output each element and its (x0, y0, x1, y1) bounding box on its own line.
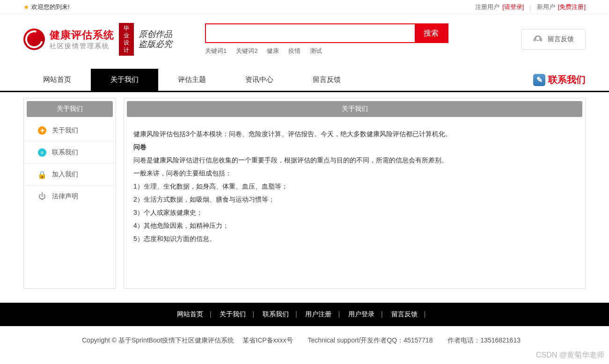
search-input[interactable] (206, 24, 415, 42)
content-paragraph: 一般来讲，问卷的主要组成包括： (133, 167, 576, 180)
content-paragraph: 4）其他危险因素，如精神压力； (133, 219, 576, 232)
search-box: 搜索 (205, 23, 448, 43)
keywords-row: 关键词1 关键词2 健康 疫情 测试 (205, 47, 448, 55)
keyword-link[interactable]: 测试 (310, 47, 322, 55)
footer-link[interactable]: 用户注册 (305, 310, 331, 318)
logo-block: 健康评估系统 社区疫情管理系统 毕业 设计 原创作品 盗版必究 (23, 23, 172, 56)
footer-link[interactable]: 留言反馈 (391, 310, 418, 318)
sidebar-item-label: 加入我们 (52, 170, 78, 179)
nav-topics[interactable]: 评估主题 (158, 69, 226, 91)
search-area: 搜索 关键词1 关键词2 健康 疫情 测试 (205, 23, 448, 55)
sidebar-item-label: 法律声明 (52, 192, 78, 201)
nav-home[interactable]: 网站首页 (23, 69, 91, 91)
document-icon: ≡ (38, 148, 46, 157)
technical-support: Technical support/开发作者QQ：45157718 (308, 336, 433, 344)
content-paragraph: 问卷 (133, 140, 576, 153)
badge: 毕业 设计 (119, 23, 134, 56)
footer-link[interactable]: 关于我们 (220, 310, 246, 318)
content-body: 健康风险评估包括3个基本模块：问卷、危险度计算、评估报告。今天，绝大多数健康风险… (124, 120, 585, 288)
nav-about[interactable]: 关于我们 (91, 69, 158, 91)
footer-nav: 网站首页| 关于我们| 联系我们| 用户注册| 用户登录| 留言反馈| (0, 303, 609, 326)
sidebar-item-legal[interactable]: ⏻ 法律声明 (24, 186, 116, 207)
header: 健康评估系统 社区疫情管理系统 毕业 设计 原创作品 盗版必究 搜索 关键词1 … (0, 15, 609, 64)
content-paragraph: 2）生活方式数据，如吸烟、膳食与运动习惯等； (133, 193, 576, 206)
svg-point-0 (536, 36, 540, 41)
content-paragraph: 3）个人或家族健康史； (133, 206, 576, 219)
footer-link[interactable]: 联系我们 (263, 310, 289, 318)
contact-us-button[interactable]: ✎ 联系我们 (533, 73, 586, 86)
footer-link[interactable]: 网站首页 (177, 310, 203, 318)
divider: | (529, 4, 531, 11)
logo-icon (23, 29, 45, 50)
logo-title: 健康评估系统 (50, 28, 114, 42)
welcome-text: 欢迎您的到来! (31, 3, 70, 11)
contact-label: 联系我们 (548, 73, 586, 86)
calligraphy: 原创作品 盗版必究 (139, 29, 172, 50)
main: 关于我们 ✚ 关于我们 ≡ 联系我们 🔒 加入我们 ⏻ 法律声明 关于我们 健康… (0, 92, 609, 303)
content-paragraph: 1）生理、生化数据，如身高、体重、血压、血脂等； (133, 180, 576, 193)
nav-news[interactable]: 资讯中心 (226, 69, 293, 91)
lock-icon: 🔒 (38, 170, 46, 179)
top-bar: ★ 欢迎您的到来! 注册用户 [请登录] | 新用户 [免费注册] (0, 0, 609, 15)
feedback-button[interactable]: 留言反馈 (521, 29, 586, 50)
sidebar-item-about[interactable]: ✚ 关于我们 (24, 120, 116, 142)
top-right: 注册用户 [请登录] | 新用户 [免费注册] (475, 3, 586, 11)
star-icon: ★ (23, 3, 29, 11)
main-nav: 网站首页 关于我们 评估主题 资讯中心 留言反馈 ✎ 联系我们 (0, 69, 609, 92)
headset-icon (533, 34, 543, 44)
nav-feedback[interactable]: 留言反馈 (293, 69, 360, 91)
sidebar: 关于我们 ✚ 关于我们 ≡ 联系我们 🔒 加入我们 ⏻ 法律声明 (23, 98, 116, 289)
sidebar-item-contact[interactable]: ≡ 联系我们 (24, 142, 116, 164)
sidebar-item-label: 关于我们 (52, 126, 78, 135)
keyword-link[interactable]: 健康 (267, 47, 279, 55)
sidebar-item-join[interactable]: 🔒 加入我们 (24, 164, 116, 186)
sidebar-header: 关于我们 (27, 101, 113, 117)
pencil-icon: ✎ (533, 74, 545, 86)
keyword-link[interactable]: 疫情 (288, 47, 301, 55)
content-paragraph: 5）态度和知识方面的信息。 (133, 232, 576, 245)
content-paragraph: 健康风险评估包括3个基本模块：问卷、危险度计算、评估报告。今天，绝大多数健康风险… (133, 127, 576, 140)
register-link[interactable]: [免费注册] (558, 3, 586, 11)
sidebar-item-label: 联系我们 (52, 148, 78, 157)
icp-text: 某省ICP备xxxx号 (242, 336, 293, 344)
logo-text: 健康评估系统 社区疫情管理系统 (50, 28, 114, 51)
new-user-label: 新用户 (537, 3, 555, 11)
content-header: 关于我们 (127, 101, 582, 117)
feedback-label: 留言反馈 (548, 35, 574, 44)
power-icon: ⏻ (38, 192, 46, 201)
registered-label: 注册用户 (475, 3, 499, 11)
logo-subtitle: 社区疫情管理系统 (50, 42, 114, 51)
welcome-block: ★ 欢迎您的到来! (23, 3, 70, 11)
author-phone: 作者电话：13516821613 (448, 336, 521, 344)
plus-icon: ✚ (38, 126, 46, 135)
login-link[interactable]: [请登录] (502, 3, 524, 11)
content-paragraph: 问卷是健康风险评估进行信息收集的一个重要手段，根据评估的重点与目的的不同，所需的… (133, 153, 576, 167)
copyright-text: Copyright © 基于SprintBoot疫情下社区健康评估系统 (82, 336, 234, 344)
footer-info: Copyright © 基于SprintBoot疫情下社区健康评估系统 某省IC… (0, 326, 609, 355)
keyword-link[interactable]: 关键词1 (205, 47, 227, 55)
content-panel: 关于我们 健康风险评估包括3个基本模块：问卷、危险度计算、评估报告。今天，绝大多… (124, 98, 586, 289)
search-button[interactable]: 搜索 (415, 24, 448, 42)
footer-link[interactable]: 用户登录 (348, 310, 374, 318)
keyword-link[interactable]: 关键词2 (236, 47, 257, 55)
